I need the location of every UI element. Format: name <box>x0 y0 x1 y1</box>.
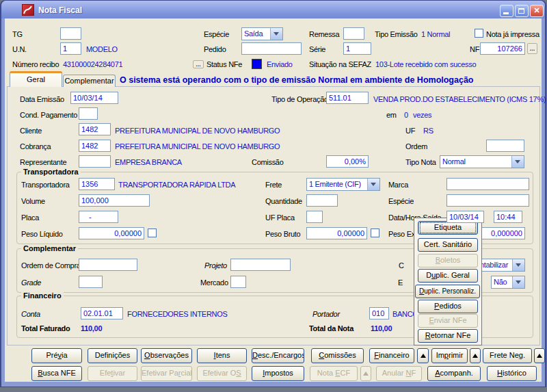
frete-neg-button[interactable]: Frete Neg. <box>483 348 532 363</box>
transportadora-descricao: TRANSPORTADORA RÁPIDA LTDA <box>118 181 235 190</box>
cond-pagamento-input[interactable] <box>79 107 98 120</box>
transportadora-input[interactable]: 1356 <box>79 178 115 190</box>
peso-bruto-label: Peso Bruto <box>265 230 300 239</box>
desc-encargos-button[interactable]: Desc./Encargos <box>252 348 304 363</box>
especie-label: Espécie <box>204 30 229 39</box>
acompanh-button[interactable]: Acompanh. <box>427 366 481 381</box>
historico-button[interactable]: Histórico <box>487 366 537 381</box>
boletos-button: Boletos <box>418 254 478 267</box>
cond-pagamento-label: Cond. Pagamento <box>20 111 77 120</box>
especie-value: Saída <box>244 29 263 38</box>
mercado-input[interactable] <box>230 276 246 288</box>
chevron-down-icon[interactable] <box>367 179 379 190</box>
busca-nfe-button[interactable]: Busca NFE <box>31 366 82 381</box>
financeiro-button[interactable]: Financeiro <box>369 348 414 363</box>
ordem-compra-label: Ordem de Compra <box>21 261 81 270</box>
pedido-input[interactable] <box>241 42 302 55</box>
uf-value: RS <box>423 127 433 135</box>
status-nfe-label: Status NFe <box>206 60 242 69</box>
quantidade-label: Quantidade <box>265 197 302 206</box>
minimize-button[interactable] <box>500 5 513 17</box>
representante-input[interactable] <box>79 155 111 168</box>
tipo-nota-select[interactable]: Normal <box>440 155 524 168</box>
cert-sanitario-button[interactable]: Cert. Sanitário <box>418 238 478 252</box>
comissoes-button[interactable]: Comissões <box>311 348 364 363</box>
uf-placa-input[interactable] <box>306 211 323 223</box>
status-nfe-color-indicator <box>252 59 262 69</box>
tab-complementar[interactable]: Complementar <box>63 75 116 87</box>
especie-transp-label: Espécie <box>388 197 414 206</box>
imprimir-up-arrow-button[interactable] <box>470 348 481 363</box>
ordem-input[interactable] <box>486 140 524 152</box>
chevron-down-icon[interactable] <box>511 156 524 168</box>
placa-label: Placa <box>21 213 39 222</box>
serie-input[interactable]: 1 <box>343 42 371 55</box>
observacoes-button[interactable]: Observações <box>141 348 192 363</box>
maximize-button[interactable] <box>515 5 529 17</box>
placa-input[interactable]: - <box>79 211 118 223</box>
tipo-emissao-value: 1 Normal <box>421 30 450 39</box>
peso-liquido-checkbox[interactable] <box>148 228 157 237</box>
chevron-down-icon[interactable] <box>512 276 524 288</box>
data-emissao-input[interactable]: 10/03/14 <box>70 92 118 104</box>
tipo-operacao-descricao: VENDA PROD.DO ESTABELECIMENTO (ICMS 17%) <box>373 95 546 104</box>
cobranca-input[interactable]: 1482 <box>79 140 111 152</box>
duplic-geral-button[interactable]: Duplic. Geral <box>418 269 478 283</box>
data-saida-input[interactable]: 10/03/14 <box>446 211 484 223</box>
representante-descricao: EMPRESA BRANCA <box>115 158 182 167</box>
quantidade-input[interactable] <box>306 194 338 207</box>
situacao-sefaz-label: Situação na SEFAZ <box>309 60 371 69</box>
marca-input[interactable] <box>446 178 529 190</box>
previa-button[interactable]: Prévia <box>31 348 82 363</box>
conta-input[interactable]: 02.01.01 <box>81 307 123 319</box>
total-nota-value: 110,00 <box>371 324 392 333</box>
vezes-label: vezes <box>413 111 431 120</box>
hora-saida-input[interactable]: 10:44 <box>494 211 522 223</box>
projeto-input[interactable] <box>230 259 291 271</box>
volume-input[interactable]: 100,000 <box>79 194 150 207</box>
cliente-input[interactable]: 1482 <box>79 123 111 135</box>
frete-neg-up-arrow-button[interactable] <box>534 348 545 363</box>
impostos-button[interactable]: Impostos <box>252 366 304 381</box>
retornar-nfe-button[interactable]: Retornar NFe <box>418 329 478 343</box>
tipo-operacao-input[interactable]: 511.01 <box>326 92 369 104</box>
peso-bruto-input[interactable]: 0,00000 <box>306 227 367 239</box>
etiqueta-button[interactable]: Etiqueta <box>418 221 478 235</box>
tab-geral[interactable]: Geral <box>10 71 62 87</box>
nota-ecf-button: Nota ECF <box>310 366 358 381</box>
efetivar-button: Efetivar <box>88 366 137 381</box>
itens-button[interactable]: Itens <box>197 348 247 363</box>
close-button[interactable]: ✕ <box>530 5 544 17</box>
emitir-select[interactable]: Não <box>491 276 525 289</box>
nota-ecf-up-arrow-button <box>360 366 371 381</box>
comissao-input[interactable]: 0,00% <box>326 155 369 168</box>
nf-more-button[interactable]: ... <box>527 43 537 54</box>
chevron-down-icon[interactable] <box>270 28 282 40</box>
duplic-personaliz-button[interactable]: Duplic. Personaliz. <box>415 285 480 298</box>
definicoes-button[interactable]: Definições <box>88 348 137 363</box>
especie-select[interactable]: Saída <box>241 27 283 40</box>
minimize-icon <box>503 12 509 14</box>
mercado-label: Mercado <box>200 278 228 287</box>
ordem-compra-input[interactable] <box>79 259 137 271</box>
nf-input[interactable]: 107266 <box>480 42 525 55</box>
peso-liquido-input[interactable]: 0,00000 <box>79 227 144 239</box>
serie-label: Série <box>309 45 325 54</box>
peso-bruto-checkbox[interactable] <box>371 228 379 237</box>
data-emissao-label: Data Emissão <box>20 95 64 104</box>
nota-ja-impressa-checkbox[interactable] <box>475 29 483 38</box>
cliente-label: Cliente <box>20 127 42 135</box>
recibo-more-button[interactable]: ... <box>193 60 204 68</box>
tg-input[interactable] <box>60 27 81 40</box>
especie-transp-input[interactable] <box>446 194 529 207</box>
un-input[interactable]: 1 <box>60 42 81 55</box>
remessa-input[interactable] <box>343 27 364 40</box>
pedidos-button[interactable]: Pedidos <box>418 300 478 313</box>
chevron-down-icon[interactable] <box>512 259 524 271</box>
portador-input[interactable]: 010 <box>369 307 389 319</box>
frete-select[interactable]: 1 Emitente (CIF) <box>306 178 380 191</box>
grade-input[interactable] <box>79 276 103 288</box>
complementar-title: Complementar <box>21 244 78 252</box>
financeiro-up-arrow-button[interactable] <box>417 348 429 363</box>
imprimir-button[interactable]: Imprimir <box>431 348 468 363</box>
